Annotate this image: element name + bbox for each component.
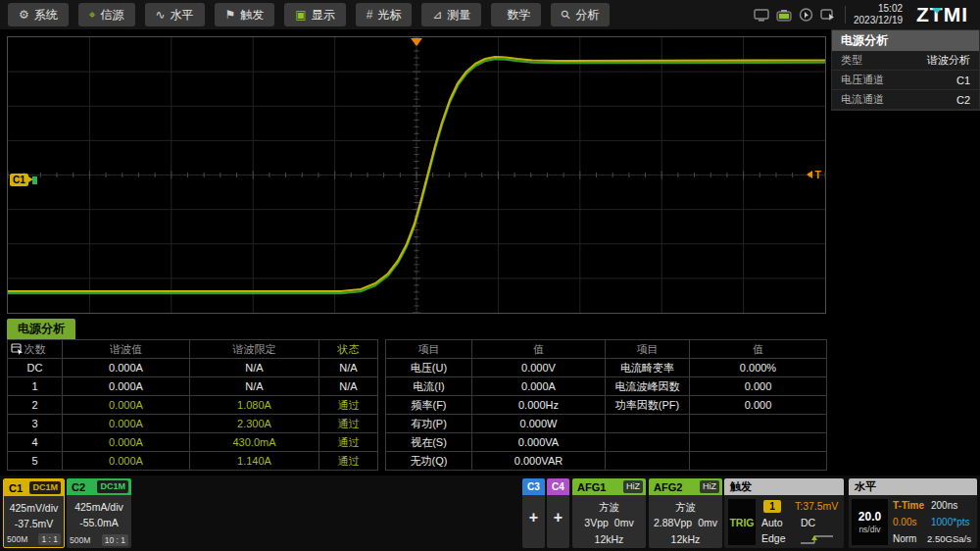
table-cell: 4 <box>8 433 63 452</box>
c1-bandwidth: 500M <box>7 534 27 544</box>
power-params-table: 项目值项目值电压(U)0.000V电流畸变率0.000%电流(I)0.000A电… <box>385 339 827 471</box>
timebase-unit: ns/div <box>858 525 880 534</box>
column-header: 值 <box>472 340 606 359</box>
afg2-card[interactable]: AFG2 HiZ 方波 2.88Vpp 0mv 12kHz <box>649 478 722 548</box>
toolbar-button-trigger[interactable]: ⚑触发 <box>215 3 275 26</box>
column-header: 值 <box>690 340 827 359</box>
table-cell: 430.0mA <box>190 433 319 452</box>
trig-status-box: TRIG <box>728 499 756 545</box>
horizontal-section: 水平 20.0 ns/div T-Time 200ns 0.00s 1000*p… <box>849 478 977 548</box>
c2-header: C2 DC1M <box>67 478 131 495</box>
trigger-mode[interactable]: Auto <box>761 517 783 528</box>
afg2-name: AFG2 <box>652 481 682 493</box>
trigger-coupling[interactable]: DC <box>801 517 815 528</box>
tab-power-analysis[interactable]: 电源分析 <box>7 319 75 339</box>
toolbar-button-math[interactable]: 数学 <box>491 3 541 26</box>
toolbar-button-cursor[interactable]: #光标 <box>356 3 413 26</box>
c2-footer: 500M 10 : 1 <box>70 534 128 546</box>
panel-row-voltage-channel[interactable]: 电压通道 C1 <box>832 71 979 90</box>
afg1-name: AFG1 <box>575 481 606 493</box>
afg1-header: AFG1 HiZ <box>572 478 646 495</box>
table-cell: 0.000% <box>690 359 827 377</box>
panel-row-type[interactable]: 类型 谐波分析 <box>832 51 979 71</box>
c2-coupling-badge: DC1M <box>97 480 128 493</box>
mouse-icon[interactable] <box>799 8 813 22</box>
channel-card-c1[interactable]: C1 DC1M 425mV/div -37.5mV 500M 1 : 1 <box>3 478 65 548</box>
c1-position-marker[interactable]: C1 <box>10 174 28 186</box>
table-cell: N/A <box>319 377 378 396</box>
table-cell <box>690 415 827 433</box>
c3-name: C3 <box>522 478 545 495</box>
toolbar-button-label: 系统 <box>34 7 58 24</box>
table-cell: 无功(Q) <box>386 452 472 471</box>
c1-offset: -37.5mV <box>4 516 64 531</box>
table-row: 30.000A2.300A通过 <box>8 415 378 433</box>
channel-card-c2[interactable]: C2 DC1M 425mA/div -55.0mA 500M 10 : 1 <box>67 478 131 548</box>
c4-add-button[interactable]: + <box>547 509 569 526</box>
afg1-values: 方波 3Vpp 0mv 12kHz <box>572 495 646 547</box>
delay-value[interactable]: 0.00s <box>893 517 916 527</box>
c4-name: C4 <box>547 478 569 495</box>
afg2-values: 方波 2.88Vpp 0mv 12kHz <box>649 495 722 547</box>
table-cell: N/A <box>190 359 319 377</box>
table-row: 电流(I)0.000A电流波峰因数0.000 <box>386 377 827 396</box>
table-cell: 1 <box>8 377 63 396</box>
waveform-display[interactable]: C1 T <box>7 36 826 314</box>
toolbar-button-label: 光标 <box>377 7 401 24</box>
afg2-offset: 0mv <box>698 515 717 530</box>
channel-card-c4[interactable]: C4 + <box>547 478 569 548</box>
table-cell: 视在(S) <box>386 433 472 452</box>
logo-accent-icon <box>932 8 942 14</box>
usb-icon[interactable] <box>776 9 792 22</box>
table-row: DC0.000AN/AN/A <box>8 359 378 377</box>
table-row: 视在(S)0.000VA <box>386 433 827 452</box>
c2-values: 425mA/div -55.0mA <box>67 495 131 531</box>
timebase-box[interactable]: 20.0 ns/div <box>852 499 888 545</box>
table-cell: 通过 <box>319 415 378 433</box>
trigger-level-value[interactable]: T:37.5mV <box>795 500 838 512</box>
column-header: 谐波限定 <box>190 340 319 359</box>
c2-bandwidth: 500M <box>70 535 90 545</box>
c3-add-button[interactable]: + <box>522 509 545 526</box>
toolbar-right-cluster: 15:02 2023/12/19 ZTMI <box>754 0 980 29</box>
table-cell: 0.000V <box>472 359 606 377</box>
table-cell: 5 <box>8 452 63 471</box>
table-cell <box>690 452 827 471</box>
trigger-level-marker[interactable]: T <box>807 169 821 180</box>
toolbar-button-horizontal[interactable]: ∿水平 <box>145 3 205 26</box>
toolbar-button-analyze[interactable]: ⚲分析 <box>551 3 610 26</box>
afg1-frequency: 12kHz <box>572 531 646 547</box>
table-cell <box>690 433 827 452</box>
table-cell <box>606 452 690 471</box>
table-cell: 1.080A <box>190 396 319 415</box>
c2-probe-ratio: 10 : 1 <box>102 534 128 546</box>
channel-card-c3[interactable]: C3 + <box>522 478 545 548</box>
waveform-svg <box>8 37 825 313</box>
trigger-source-badge[interactable]: 1 <box>763 500 781 513</box>
column-header: 项目 <box>606 340 690 359</box>
table-cell: 电流畸变率 <box>606 359 690 377</box>
gear-icon: ⚙ <box>19 9 29 21</box>
table-cell: 电压(U) <box>386 359 472 377</box>
toolbar-button-label: 信源 <box>101 7 124 24</box>
clock-date: 2023/12/19 <box>854 15 903 26</box>
toolbar-button-display[interactable]: ▣显示 <box>284 3 345 26</box>
table-row: 有功(P)0.000W <box>386 415 827 433</box>
toolbar-button-label: 水平 <box>171 7 194 24</box>
afg1-card[interactable]: AFG1 HiZ 方波 3Vpp 0mv 12kHz <box>572 478 646 548</box>
c2-scale: 425mA/div <box>67 499 131 515</box>
trigger-type[interactable]: Edge <box>761 532 786 544</box>
afg1-wave: 方波 <box>572 499 646 515</box>
harmonics-table: 次数谐波值谐波限定状态DC0.000AN/AN/A10.000AN/AN/A20… <box>7 339 378 471</box>
panel-row-current-channel[interactable]: 电流通道 C2 <box>832 90 979 110</box>
toolbar-button-measure[interactable]: ⊿测量 <box>421 3 481 26</box>
column-header: 谐波值 <box>63 340 190 359</box>
row-label: 类型 <box>841 53 862 68</box>
touch-icon[interactable] <box>820 8 836 22</box>
toolbar-button-source[interactable]: ⌖信源 <box>78 3 135 26</box>
table-row: 50.000A1.140A通过 <box>8 452 378 471</box>
toolbar-button-system[interactable]: ⚙系统 <box>8 3 69 26</box>
table-cell: 有功(P) <box>386 415 472 433</box>
afg1-offset: 0mv <box>614 515 634 530</box>
screen-icon[interactable] <box>754 9 769 22</box>
